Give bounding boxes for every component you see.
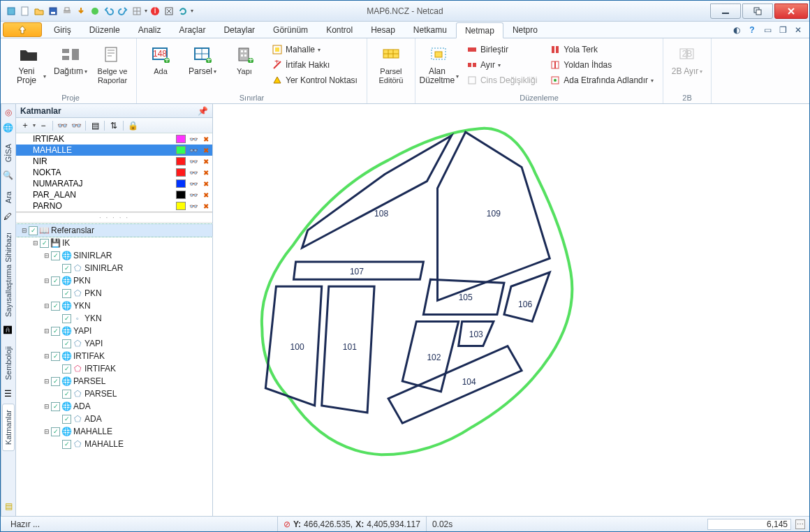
- ribbon-belge[interactable]: Belge ve Raporlar: [93, 41, 132, 87]
- ribbon-2b-ayir[interactable]: 2B 2B Ayır▾: [668, 41, 707, 78]
- layer-row-irtifak[interactable]: IRTIFAK 👓✖: [16, 133, 212, 145]
- tree-node-ada[interactable]: ✓ ⬠ ADA: [16, 413, 212, 425]
- layer-row-nokta[interactable]: NOKTA 👓✖: [16, 167, 212, 178]
- status-scale-button[interactable]: ⋯: [795, 519, 805, 529]
- menu-görünüm[interactable]: Görünüm: [264, 22, 317, 38]
- menu-hesap[interactable]: Hesap: [362, 22, 404, 38]
- tree-node-parsel[interactable]: ✓ ⬠ PARSEL: [16, 387, 212, 400]
- qat-dropdown-icon[interactable]: ▾: [145, 8, 147, 14]
- tree-node-ada[interactable]: ⊟ ✓ 🌐 ADA: [16, 400, 212, 413]
- tree-node-ik[interactable]: ⊟ ✓ 💾 IK: [16, 237, 212, 249]
- tree-node-irtifak[interactable]: ✓ ⬠ IRTIFAK: [16, 362, 212, 375]
- menu-detaylar[interactable]: Detaylar: [214, 22, 264, 38]
- side-tab-ara[interactable]: Ara: [2, 185, 15, 209]
- layer-row-par_alan[interactable]: PAR_ALAN 👓✖: [16, 189, 212, 200]
- ribbon-yoldan[interactable]: Yoldan İhdas: [546, 58, 657, 72]
- menu-restore-icon[interactable]: ❐: [777, 24, 788, 36]
- qat-new-icon[interactable]: [19, 5, 31, 17]
- ribbon-ayir[interactable]: Ayır▾: [463, 58, 540, 72]
- tree-node-mahalle[interactable]: ✓ ⬠ MAHALLE: [16, 438, 212, 450]
- menu-help-icon[interactable]: ?: [746, 24, 758, 36]
- ribbon-alan[interactable]: Alan Düzeltme▾: [420, 41, 459, 87]
- ribbon-dagitim[interactable]: Dağıtım▾: [51, 41, 90, 78]
- side-icon-layers[interactable]: ▤: [3, 501, 14, 512]
- tb-add-drop[interactable]: ▾: [33, 122, 36, 128]
- tree-node-yapi[interactable]: ⊟ ✓ 🌐 YAPI: [16, 325, 212, 337]
- tb-add-icon[interactable]: ＋: [19, 119, 31, 132]
- ribbon-ada-ad[interactable]: Ada Etrafında Adlandır▾: [546, 73, 657, 87]
- minimize-button[interactable]: [710, 3, 741, 19]
- menu-minimize-ribbon-icon[interactable]: ▭: [762, 24, 773, 36]
- layer-row-nir[interactable]: NIR 👓✖: [16, 156, 212, 167]
- side-tab-semboloji[interactable]: Semboloji: [2, 340, 15, 386]
- tree-node-ykn[interactable]: ⊟ ✓ 🌐 YKN: [16, 300, 212, 312]
- qat-fit-icon[interactable]: [163, 5, 175, 17]
- side-icon-globe[interactable]: ◎: [3, 107, 14, 118]
- ribbon-mahalle[interactable]: Mahalle▾: [268, 43, 361, 57]
- layer-list[interactable]: IRTIFAK 👓✖MAHALLE 👓✖NIR 👓✖NOKTA 👓✖NUMARA…: [16, 133, 212, 212]
- tree-node-pkn[interactable]: ⊟ ✓ 🌐 PKN: [16, 274, 212, 287]
- ribbon-yola[interactable]: Yola Terk: [546, 43, 657, 57]
- layer-row-mahalle[interactable]: MAHALLE 👓✖: [16, 145, 212, 156]
- reference-tree[interactable]: ⊟ ✓ 📖 Referanslar⊟ ✓ 💾 IK⊟ ✓ 🌐 SINIRLAR …: [16, 223, 212, 516]
- file-menu-button[interactable]: [3, 22, 42, 37]
- menu-netmap[interactable]: Netmap: [456, 22, 503, 38]
- ribbon-birlestir[interactable]: Birleştir: [463, 43, 540, 57]
- tree-node-ykn[interactable]: ✓ ◦ YKN: [16, 312, 212, 325]
- menu-giriş[interactable]: Giriş: [45, 22, 80, 38]
- qat-refresh-icon[interactable]: [177, 5, 189, 17]
- ribbon-irtifak[interactable]: +İrtifak Hakkı: [268, 58, 361, 72]
- tb-list-icon[interactable]: ▤: [89, 119, 101, 132]
- ribbon-yapi[interactable]: + Yapı: [225, 41, 264, 78]
- ribbon-ada[interactable]: 148+ Ada: [141, 41, 180, 78]
- tree-node-sinirlar[interactable]: ✓ ⬠ SINIRLAR: [16, 262, 212, 274]
- tree-node-yapi[interactable]: ✓ ⬠ YAPI: [16, 337, 212, 350]
- tb-remove-icon[interactable]: −: [37, 119, 50, 132]
- side-tab-katmanlar[interactable]: Katmanlar: [2, 404, 15, 451]
- menu-analiz[interactable]: Analiz: [129, 22, 170, 38]
- qat-export-icon[interactable]: [75, 5, 87, 17]
- tree-node-parsel[interactable]: ⊟ ✓ 🌐 PARSEL: [16, 375, 212, 387]
- qat-redo-icon[interactable]: [117, 5, 129, 17]
- tb-glasses-icon[interactable]: 👓: [56, 119, 68, 132]
- qat-save-icon[interactable]: [47, 5, 59, 17]
- qat-open-icon[interactable]: [33, 5, 45, 17]
- close-button[interactable]: [774, 3, 808, 19]
- layer-row-numarataj[interactable]: NUMARATAJ 👓✖: [16, 178, 212, 189]
- tree-node-referanslar[interactable]: ⊟ ✓ 📖 Referanslar: [16, 224, 212, 237]
- side-icon-1[interactable]: 🔍: [2, 170, 13, 181]
- menu-netpro[interactable]: Netpro: [503, 22, 547, 38]
- side-icon-4[interactable]: ☰: [2, 388, 13, 399]
- menu-düzenle[interactable]: Düzenle: [80, 22, 129, 38]
- qat-info-icon[interactable]: i: [149, 5, 161, 17]
- tb-sort-icon[interactable]: ⇅: [108, 119, 120, 132]
- map-canvas[interactable]: 108 109 107 105 106 100 101 102 103 104: [213, 104, 809, 516]
- qat-undo-icon[interactable]: [103, 5, 115, 17]
- side-icon-3[interactable]: 🅰: [2, 325, 13, 336]
- qat-help-icon[interactable]: [89, 5, 101, 17]
- menu-close-icon[interactable]: ✕: [793, 24, 804, 36]
- layer-row-parno[interactable]: PARNO 👓✖: [16, 200, 212, 212]
- tb-glasses2-icon[interactable]: 👓: [70, 119, 82, 132]
- tb-lock-icon[interactable]: 🔒: [126, 119, 139, 132]
- maximize-button[interactable]: [742, 3, 773, 19]
- side-icon-2[interactable]: 🖊: [2, 211, 13, 222]
- ribbon-parsel-editor[interactable]: Parsel Editörü: [371, 41, 411, 87]
- tree-node-pkn[interactable]: ✓ ⬠ PKN: [16, 287, 212, 300]
- ribbon-ykn[interactable]: Yer Kontrol Noktası: [268, 73, 361, 87]
- tree-node-mahalle[interactable]: ⊟ ✓ 🌐 MAHALLE: [16, 425, 212, 438]
- side-tab-gi̇sa[interactable]: GİSA: [2, 138, 15, 168]
- menu-araçlar[interactable]: Araçlar: [170, 22, 214, 38]
- qat-app-icon[interactable]: [5, 5, 17, 17]
- side-icon-0[interactable]: 🌐: [2, 122, 13, 133]
- splitter[interactable]: · · · · ·: [16, 212, 212, 223]
- qat-print-icon[interactable]: [61, 5, 73, 17]
- ribbon-yeni-proje[interactable]: Yeni Proje▾: [9, 41, 48, 87]
- pin-icon[interactable]: 📌: [198, 106, 208, 116]
- qat-customize-icon[interactable]: ▾: [191, 8, 193, 14]
- ribbon-parsel[interactable]: + Parsel▾: [183, 41, 222, 78]
- qat-grid-icon[interactable]: [131, 5, 143, 17]
- menu-netkamu[interactable]: Netkamu: [404, 22, 456, 38]
- menu-style-icon[interactable]: ◐: [731, 24, 742, 36]
- menu-kontrol[interactable]: Kontrol: [317, 22, 362, 38]
